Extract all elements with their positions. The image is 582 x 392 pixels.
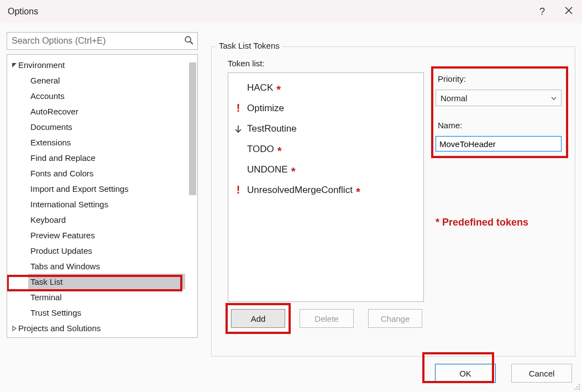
tree-item-product-updates[interactable]: Product Updates (28, 243, 197, 258)
tree-item-extensions[interactable]: Extensions (28, 134, 197, 150)
help-button[interactable]: ? (529, 0, 555, 23)
options-dialog: Options ? Environment (0, 0, 582, 392)
tree-label: Fonts and Colors (30, 169, 93, 178)
ok-button[interactable]: OK (435, 364, 496, 383)
predefined-asterisk-icon: * (273, 86, 281, 93)
priority-dropdown[interactable]: Normal (436, 90, 562, 106)
add-button[interactable]: Add (231, 309, 285, 328)
token-list[interactable]: HACK * ! Optimize TestRoutine TODO * (228, 72, 424, 302)
tree-item-terminal[interactable]: Terminal (28, 289, 197, 305)
priority-low-icon (232, 124, 245, 133)
tree-item-accounts[interactable]: Accounts (28, 88, 197, 103)
tree-item-autorecover[interactable]: AutoRecover (28, 103, 197, 119)
tree-node-environment[interactable]: Environment (7, 57, 197, 72)
tree-item-find-replace[interactable]: Find and Replace (28, 150, 197, 165)
search-input[interactable] (11, 35, 184, 46)
tree-label: Import and Export Settings (30, 184, 129, 194)
close-button[interactable] (555, 0, 582, 23)
svg-point-9 (579, 386, 580, 388)
tree-item-keyboard[interactable]: Keyboard (28, 212, 197, 227)
tree-item-trust-settings[interactable]: Trust Settings (28, 305, 197, 320)
svg-point-10 (574, 389, 575, 390)
tree-label: Find and Replace (30, 153, 96, 163)
token-name: HACK (245, 82, 273, 93)
window-title: Options (8, 7, 38, 17)
titlebar: Options ? (0, 0, 582, 23)
tree-label: Documents (30, 122, 72, 132)
options-tree[interactable]: Environment General Accounts AutoRecover… (7, 54, 198, 338)
priority-high-icon: ! (232, 184, 245, 196)
token-name: TODO (245, 144, 274, 155)
token-item-undone[interactable]: UNDONE * (228, 159, 423, 180)
tree-item-international[interactable]: International Settings (28, 196, 197, 212)
expand-arrow-icon (11, 323, 18, 333)
button-label: Change (381, 314, 410, 323)
cancel-button[interactable]: Cancel (511, 364, 572, 383)
svg-marker-4 (12, 63, 17, 67)
tree-item-general[interactable]: General (28, 72, 197, 88)
priority-value: Normal (441, 93, 467, 103)
tree-label: Accounts (30, 91, 65, 101)
tree-label: General (30, 76, 60, 85)
tree-item-import-export[interactable]: Import and Export Settings (28, 181, 197, 196)
search-box[interactable] (7, 32, 198, 50)
tree-label: Keyboard (30, 215, 66, 224)
predefined-asterisk-icon: * (288, 168, 296, 175)
svg-point-7 (579, 384, 580, 385)
token-name: TestRoutine (245, 123, 297, 134)
change-button[interactable]: Change (368, 309, 422, 328)
collapse-arrow-icon (11, 60, 18, 70)
tree-label: Trust Settings (30, 308, 81, 317)
token-item-unresolved[interactable]: ! UnresolvedMergeConflict * (228, 180, 423, 200)
token-name: UNDONE (245, 164, 288, 175)
svg-point-8 (576, 386, 578, 388)
tree-item-task-list[interactable]: Task List (28, 274, 185, 289)
tree-label: Preview Features (30, 231, 95, 240)
close-icon (565, 7, 573, 17)
predefined-asterisk-icon: * (274, 147, 282, 155)
button-label: Cancel (529, 369, 555, 378)
name-input[interactable] (436, 136, 562, 151)
token-name: Optimize (245, 103, 284, 114)
token-list-label: Token list: (228, 59, 265, 68)
tree-item-documents[interactable]: Documents (28, 119, 197, 134)
tree-label: Projects and Solutions (18, 323, 101, 333)
tree-label: Terminal (30, 292, 62, 302)
predefined-note: * Predefined tokens (436, 217, 528, 228)
svg-point-12 (579, 389, 580, 390)
fieldset-title: Task List Tokens (217, 41, 282, 50)
tree-item-fonts-colors[interactable]: Fonts and Colors (28, 165, 197, 181)
priority-label: Priority: (438, 74, 466, 83)
chevron-down-icon (551, 93, 557, 103)
dialog-footer: OK Cancel (0, 361, 582, 385)
priority-high-icon: ! (232, 102, 245, 114)
button-label: OK (459, 369, 471, 378)
tree-label: Tabs and Windows (30, 262, 100, 271)
settings-panel: Task List Tokens Token list: HACK * ! Op… (211, 36, 575, 357)
tree-node-projects-solutions[interactable]: Projects and Solutions (7, 320, 197, 336)
tree-item-tabs-windows[interactable]: Tabs and Windows (28, 258, 197, 274)
tree-label: Task List (30, 277, 62, 286)
delete-button[interactable]: Delete (300, 309, 354, 328)
scrollbar-thumb[interactable] (189, 62, 196, 195)
search-icon (184, 35, 194, 47)
content-area: Environment General Accounts AutoRecover… (7, 32, 575, 357)
token-name: UnresolvedMergeConflict (245, 185, 353, 196)
predefined-asterisk-icon: * (353, 188, 360, 196)
token-item-todo[interactable]: TODO * (228, 139, 423, 159)
button-label: Add (251, 314, 266, 323)
svg-marker-5 (13, 326, 16, 331)
token-item-optimize[interactable]: ! Optimize (228, 98, 423, 118)
tree-item-preview-features[interactable]: Preview Features (28, 227, 197, 243)
tree-label: Extensions (30, 138, 71, 147)
button-label: Delete (314, 314, 338, 323)
token-item-testroutine[interactable]: TestRoutine (228, 118, 423, 139)
svg-point-11 (576, 389, 578, 390)
tree-label: Environment (18, 60, 65, 70)
tree-label: AutoRecover (30, 107, 78, 116)
resize-grip[interactable] (573, 383, 581, 391)
svg-line-3 (190, 41, 192, 44)
tree-label: International Settings (30, 200, 108, 209)
tree-label: Product Updates (30, 246, 92, 255)
token-item-hack[interactable]: HACK * (228, 77, 423, 98)
